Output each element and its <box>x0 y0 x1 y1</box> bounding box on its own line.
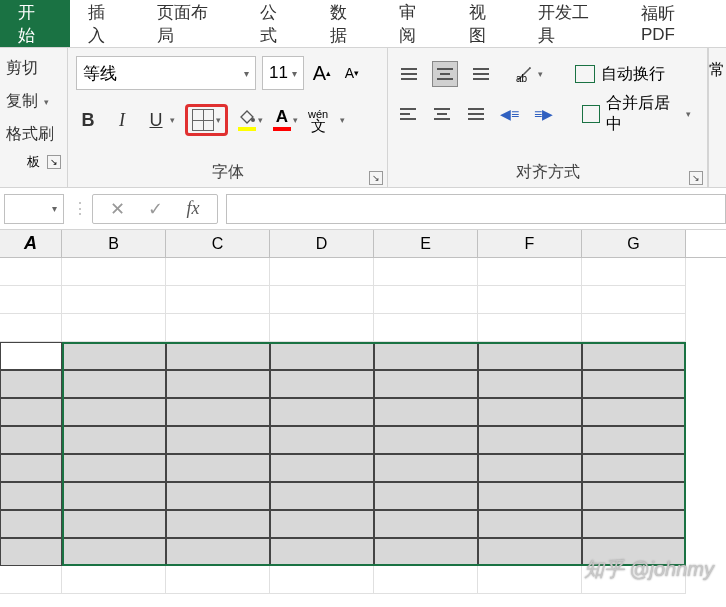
decrease-indent-button[interactable]: ◀≡ <box>498 101 522 127</box>
cell[interactable] <box>62 398 166 426</box>
cell[interactable] <box>166 566 270 594</box>
fill-color-button[interactable]: ▾ <box>238 109 263 131</box>
font-color-button[interactable]: A ▾ <box>273 109 298 131</box>
cell[interactable] <box>478 398 582 426</box>
cell[interactable] <box>478 426 582 454</box>
clipboard-dialog-launcher[interactable]: ↘ <box>47 155 61 169</box>
cell[interactable] <box>478 258 582 286</box>
cell[interactable] <box>166 482 270 510</box>
cancel-formula-button[interactable]: ✕ <box>107 198 127 220</box>
chevron-down-icon[interactable]: ▾ <box>293 115 298 125</box>
cell[interactable] <box>270 314 374 342</box>
cell[interactable] <box>270 454 374 482</box>
copy-button[interactable]: 复制▾ <box>4 85 63 118</box>
wrap-text-button[interactable]: 自动换行 <box>567 60 673 89</box>
chevron-down-icon[interactable]: ▾ <box>340 115 345 125</box>
chevron-down-icon[interactable]: ▾ <box>686 109 691 119</box>
cell[interactable] <box>478 370 582 398</box>
align-top-button[interactable] <box>396 61 422 87</box>
col-header-D[interactable]: D <box>270 230 374 257</box>
font-name-combo[interactable]: 等线▾ <box>76 56 256 90</box>
cell[interactable] <box>374 538 478 566</box>
cell[interactable] <box>166 314 270 342</box>
cell[interactable] <box>62 342 166 370</box>
cell[interactable] <box>582 510 686 538</box>
tab-page-layout[interactable]: 页面布局 <box>139 0 242 47</box>
cell[interactable] <box>270 398 374 426</box>
shrink-font-button[interactable]: A▾ <box>340 58 364 88</box>
cell[interactable] <box>374 482 478 510</box>
bold-button[interactable]: B <box>76 106 100 134</box>
cell[interactable] <box>478 510 582 538</box>
align-left-button[interactable] <box>396 101 420 127</box>
cell[interactable] <box>374 398 478 426</box>
cell[interactable] <box>166 454 270 482</box>
cell[interactable] <box>0 342 62 370</box>
cell[interactable] <box>62 258 166 286</box>
format-painter-button[interactable]: 格式刷 <box>4 118 63 151</box>
chevron-down-icon[interactable]: ▾ <box>538 69 543 79</box>
formula-input[interactable] <box>226 194 726 224</box>
increase-indent-button[interactable]: ≡▶ <box>532 101 556 127</box>
tab-review[interactable]: 审阅 <box>381 0 451 47</box>
cell[interactable] <box>374 342 478 370</box>
tab-dev-tools[interactable]: 开发工具 <box>520 0 623 47</box>
alignment-dialog-launcher[interactable]: ↘ <box>689 171 703 185</box>
cell[interactable] <box>374 286 478 314</box>
confirm-formula-button[interactable]: ✓ <box>145 198 165 220</box>
cell[interactable] <box>62 426 166 454</box>
cell[interactable] <box>478 566 582 594</box>
cell[interactable] <box>62 454 166 482</box>
borders-button[interactable]: ▾ <box>185 104 228 136</box>
tab-formula[interactable]: 公式 <box>242 0 312 47</box>
italic-button[interactable]: I <box>110 106 134 134</box>
cell[interactable] <box>582 314 686 342</box>
col-header-E[interactable]: E <box>374 230 478 257</box>
name-box[interactable]: ▾ <box>4 194 64 224</box>
cell[interactable] <box>582 286 686 314</box>
cell[interactable] <box>0 398 62 426</box>
cell[interactable] <box>0 566 62 594</box>
cell[interactable] <box>166 286 270 314</box>
cell[interactable] <box>374 314 478 342</box>
cell[interactable] <box>270 426 374 454</box>
cell[interactable] <box>0 426 62 454</box>
col-header-G[interactable]: G <box>582 230 686 257</box>
cell[interactable] <box>270 482 374 510</box>
cell[interactable] <box>478 482 582 510</box>
cell[interactable] <box>582 258 686 286</box>
cell[interactable] <box>270 342 374 370</box>
chevron-down-icon[interactable]: ▾ <box>216 115 221 125</box>
cell[interactable] <box>0 454 62 482</box>
cell[interactable] <box>478 286 582 314</box>
tab-start[interactable]: 开始 <box>0 0 70 47</box>
align-middle-button[interactable] <box>432 61 458 87</box>
cell[interactable] <box>374 258 478 286</box>
cell[interactable] <box>0 510 62 538</box>
align-center-button[interactable] <box>430 101 454 127</box>
chevron-down-icon[interactable]: ▾ <box>170 115 175 125</box>
cell[interactable] <box>478 454 582 482</box>
align-right-button[interactable] <box>464 101 488 127</box>
cell[interactable] <box>582 454 686 482</box>
cell[interactable] <box>270 286 374 314</box>
cell[interactable] <box>62 370 166 398</box>
tab-insert[interactable]: 插入 <box>70 0 140 47</box>
cell[interactable] <box>62 538 166 566</box>
tab-data[interactable]: 数据 <box>312 0 382 47</box>
cell[interactable] <box>270 538 374 566</box>
merge-center-button[interactable]: 合并后居中 ▾ <box>574 89 699 139</box>
cell[interactable] <box>374 566 478 594</box>
cell[interactable] <box>166 342 270 370</box>
insert-function-button[interactable]: fx <box>183 198 203 219</box>
col-header-A[interactable]: A <box>0 230 62 257</box>
cell[interactable] <box>270 566 374 594</box>
spreadsheet-grid[interactable]: A B C D E F G <box>0 230 726 594</box>
cell[interactable] <box>166 538 270 566</box>
font-size-combo[interactable]: 11▾ <box>262 56 304 90</box>
cell[interactable] <box>582 482 686 510</box>
cell[interactable] <box>374 426 478 454</box>
cell[interactable] <box>166 510 270 538</box>
tab-foxit-pdf[interactable]: 福昕PDF <box>623 0 726 47</box>
cell[interactable] <box>62 482 166 510</box>
